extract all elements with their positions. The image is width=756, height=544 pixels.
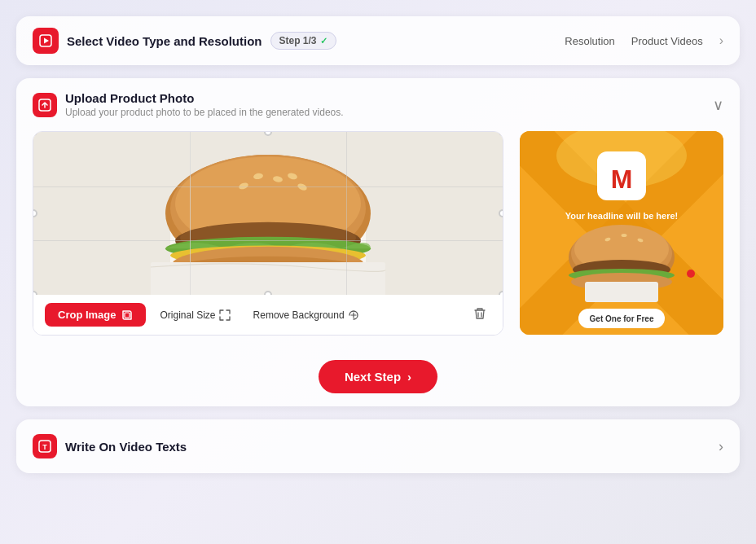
delete-button[interactable] (468, 304, 491, 327)
original-size-icon (219, 309, 231, 321)
upload-icon-wrap (33, 93, 57, 117)
svg-text:Your headline will be here!: Your headline will be here! (565, 211, 679, 221)
top-card-left: Select Video Type and Resolution Step 1/… (33, 28, 565, 54)
next-step-icon: › (407, 370, 411, 384)
preview-container: M Your headline will be here! (520, 131, 723, 335)
svg-rect-38 (585, 282, 658, 302)
step-badge: Step 1/3 ✓ (270, 32, 336, 50)
image-toolbar: Crop Image Original Size Remove Backgrou… (33, 295, 503, 335)
original-size-button[interactable]: Original Size (152, 305, 239, 326)
upload-card-header[interactable]: Upload Product Photo Upload your product… (16, 78, 740, 131)
next-step-wrap: Next Step › (16, 352, 740, 406)
svg-rect-21 (125, 313, 130, 318)
crop-image-button[interactable]: Crop Image (45, 303, 146, 327)
svg-point-33 (622, 234, 627, 237)
remove-bg-label: Remove Background (253, 309, 345, 321)
upload-card: Upload Product Photo Upload your product… (16, 78, 740, 406)
svg-rect-20 (151, 262, 385, 295)
nav-resolution[interactable]: Resolution (565, 35, 614, 47)
write-on-video-card[interactable]: T Write On Video Texts › (16, 419, 740, 473)
collapse-icon[interactable]: ∨ (713, 96, 723, 114)
write-title: Write On Video Texts (65, 440, 719, 454)
svg-text:Get One for Free: Get One for Free (590, 314, 654, 323)
original-label: Original Size (160, 309, 216, 321)
preview-svg: M Your headline will be here! (520, 131, 723, 335)
select-video-card: Select Video Type and Resolution Step 1/… (16, 16, 740, 65)
top-card-title: Select Video Type and Resolution (67, 34, 262, 48)
upload-title: Upload Product Photo (65, 91, 713, 105)
write-icon-wrap: T (33, 434, 57, 458)
top-card-right: Resolution Product Videos › (565, 33, 723, 48)
remove-bg-button[interactable]: Remove Background (245, 305, 367, 326)
crop-container: Crop Image Original Size Remove Backgrou… (33, 131, 503, 336)
next-step-label: Next Step (345, 370, 401, 384)
upload-header-text: Upload Product Photo Upload your product… (65, 91, 713, 118)
svg-point-39 (687, 270, 695, 278)
next-step-button[interactable]: Next Step › (319, 360, 437, 393)
remove-bg-icon (348, 309, 359, 321)
delete-icon (473, 307, 486, 320)
text-icon: T (38, 440, 51, 453)
upload-icon (38, 99, 51, 112)
upload-subtitle: Upload your product photo to be placed i… (65, 107, 713, 118)
write-chevron-icon: › (719, 438, 723, 455)
nav-chevron-icon: › (719, 33, 723, 48)
step-text: Step 1/3 (279, 35, 317, 46)
play-icon (39, 34, 52, 47)
burger-image-area (33, 132, 503, 295)
crop-label: Crop Image (58, 309, 116, 321)
svg-text:M: M (611, 165, 633, 194)
burger-svg (33, 132, 503, 295)
step-check-icon: ✓ (320, 36, 327, 46)
image-edit-area: Crop Image Original Size Remove Backgrou… (16, 131, 740, 352)
nav-product-videos[interactable]: Product Videos (631, 35, 703, 47)
crop-icon (121, 309, 133, 321)
video-icon-wrap (33, 28, 59, 54)
svg-marker-1 (44, 38, 49, 44)
svg-text:T: T (42, 443, 47, 451)
